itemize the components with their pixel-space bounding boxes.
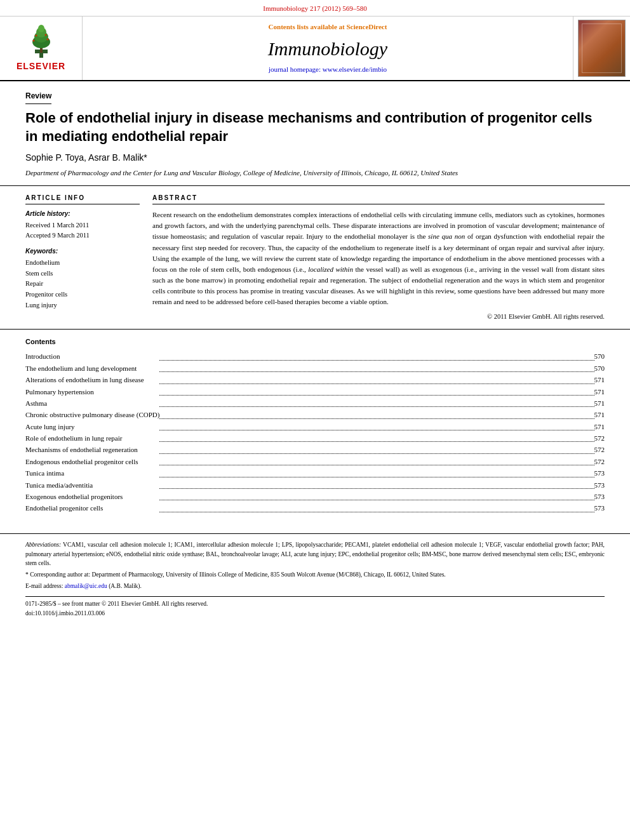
elsevier-wordmark: ELSEVIER bbox=[17, 60, 65, 73]
toc-entry-title: Chronic obstructive pulmonary disease (C… bbox=[25, 410, 159, 421]
abstract-column: ABSTRACT Recent research on the endothel… bbox=[152, 194, 605, 321]
keyword-repair: Repair bbox=[25, 279, 140, 290]
table-of-contents: Contents Introduction 570 The endotheliu… bbox=[0, 330, 630, 521]
toc-entry-page: 571 bbox=[594, 397, 605, 409]
footer: Abbreviations: VCAM1, vascular cell adhe… bbox=[0, 533, 630, 623]
journal-ref-text: Immunobiology 217 (2012) 569–580 bbox=[263, 4, 366, 12]
toc-entry-page: 570 bbox=[594, 363, 605, 374]
toc-entry-title: Endogenous endothelial progenitor cells bbox=[25, 456, 159, 467]
toc-entry-page: 573 bbox=[594, 503, 605, 514]
toc-pulmonary: Pulmonary hypertension 571 bbox=[25, 386, 605, 397]
keywords-label: Keywords: bbox=[25, 247, 140, 256]
toc-endothelium-lung: The endothelium and lung development 570 bbox=[25, 363, 605, 374]
history-label: Article history: bbox=[25, 210, 140, 218]
article-title: Role of endothelial injury in disease me… bbox=[25, 109, 605, 145]
toc-entry-page: 573 bbox=[594, 468, 605, 479]
toc-entry-title: The endothelium and lung development bbox=[25, 363, 159, 374]
elsevier-tree-icon bbox=[22, 24, 60, 59]
journal-homepage: journal homepage: www.elsevier.de/imbio bbox=[269, 65, 387, 74]
toc-entry-title: Mechanisms of endothelial regeneration bbox=[25, 444, 159, 456]
article-info-abstract: ARTICLE INFO Article history: Received 1… bbox=[0, 186, 630, 330]
issn-line: 0171-2985/$ – see front matter © 2011 El… bbox=[25, 599, 605, 609]
journal-title-area: Contents lists available at ScienceDirec… bbox=[83, 17, 573, 80]
keyword-endothelium: Endothelium bbox=[25, 258, 140, 269]
article-info-header: ARTICLE INFO bbox=[25, 194, 140, 204]
accepted-date: Accepted 9 March 2011 bbox=[25, 230, 140, 241]
journal-title: Immunobiology bbox=[268, 36, 387, 62]
abbreviations-label: Abbreviations: bbox=[25, 542, 61, 548]
email-note: E-mail address: abmalik@uic.edu (A.B. Ma… bbox=[25, 582, 605, 590]
toc-entry-title: Role of endothelium in lung repair bbox=[25, 433, 159, 444]
toc-entry-title: Alterations of endothelium in lung disea… bbox=[25, 375, 159, 386]
article-type-label: Review bbox=[25, 91, 51, 104]
toc-entry-page: 573 bbox=[594, 479, 605, 491]
keywords-section: Keywords: Endothelium Stem cells Repair … bbox=[25, 247, 140, 311]
toc-entry-title: Introduction bbox=[25, 351, 159, 363]
svg-point-8 bbox=[46, 39, 48, 41]
localized-within: localized within bbox=[308, 265, 353, 273]
sciencedirect-label: Contents lists available at ScienceDirec… bbox=[269, 22, 387, 32]
journal-cover-image bbox=[573, 17, 630, 80]
toc-exogenous: Exogenous endothelial progenitors 573 bbox=[25, 491, 605, 503]
elsevier-logo: ELSEVIER bbox=[17, 24, 65, 73]
author-names: Sophie P. Toya, Asrar B. Malik* bbox=[25, 152, 147, 163]
toc-entry-page: 572 bbox=[594, 444, 605, 456]
abbreviations: Abbreviations: VCAM1, vascular cell adhe… bbox=[25, 540, 605, 568]
svg-point-7 bbox=[32, 40, 34, 42]
toc-entry-page: 570 bbox=[594, 351, 605, 363]
toc-entry-title: Pulmonary hypertension bbox=[25, 386, 159, 397]
toc-entry-title: Tunica intima bbox=[25, 468, 159, 479]
toc-introduction: Introduction 570 bbox=[25, 351, 605, 363]
toc-entry-title: Tunica media/adventitia bbox=[25, 479, 159, 491]
toc-mechanisms: Mechanisms of endothelial regeneration 5… bbox=[25, 444, 605, 456]
email-link[interactable]: abmalik@uic.edu bbox=[65, 583, 107, 589]
article-info-column: ARTICLE INFO Article history: Received 1… bbox=[25, 194, 140, 321]
toc-entry-title: Asthma bbox=[25, 397, 159, 409]
toc-entry-page: 571 bbox=[594, 375, 605, 386]
toc-endogenous: Endogenous endothelial progenitor cells … bbox=[25, 456, 605, 467]
toc-entry-page: 572 bbox=[594, 456, 605, 467]
doi-line: doi:10.1016/j.imbio.2011.03.006 bbox=[25, 609, 605, 618]
received-date: Received 1 March 2011 bbox=[25, 220, 140, 230]
sine-qua-non: sine qua non bbox=[428, 232, 465, 240]
abstract-header: ABSTRACT bbox=[152, 194, 605, 204]
svg-point-10 bbox=[44, 34, 46, 36]
keyword-stem-cells: Stem cells bbox=[25, 269, 140, 279]
authors: Sophie P. Toya, Asrar B. Malik* bbox=[25, 152, 605, 164]
toc-entry-page: 571 bbox=[594, 386, 605, 397]
contents-table: Introduction 570 The endothelium and lun… bbox=[25, 351, 605, 514]
toc-entry-page: 571 bbox=[594, 410, 605, 421]
copyright-notice: © 2011 Elsevier GmbH. All rights reserve… bbox=[152, 312, 605, 322]
toc-entry-title: Acute lung injury bbox=[25, 421, 159, 432]
toc-alterations: Alterations of endothelium in lung disea… bbox=[25, 375, 605, 386]
footer-bottom: 0171-2985/$ – see front matter © 2011 El… bbox=[25, 596, 605, 618]
sciencedirect-link[interactable]: ScienceDirect bbox=[346, 23, 387, 30]
cover-thumbnail bbox=[578, 20, 626, 77]
toc-entry-title: Exogenous endothelial progenitors bbox=[25, 491, 159, 503]
keyword-progenitor-cells: Progenitor cells bbox=[25, 290, 140, 300]
toc-entry-page: 572 bbox=[594, 433, 605, 444]
article-header: Review Role of endothelial injury in dis… bbox=[0, 81, 630, 186]
svg-rect-0 bbox=[39, 53, 43, 58]
toc-tunica-media: Tunica media/adventitia 573 bbox=[25, 479, 605, 491]
corresponding-author-note: * Corresponding author at: Department of… bbox=[25, 570, 605, 579]
journal-reference: Immunobiology 217 (2012) 569–580 bbox=[0, 0, 630, 17]
svg-point-9 bbox=[35, 35, 37, 37]
toc-entry-page: 573 bbox=[594, 491, 605, 503]
toc-entry-page: 571 bbox=[594, 421, 605, 432]
journal-url[interactable]: www.elsevier.de/imbio bbox=[323, 65, 387, 73]
keyword-lung-injury: Lung injury bbox=[25, 300, 140, 311]
journal-header: ELSEVIER Contents lists available at Sci… bbox=[0, 17, 630, 81]
toc-acute-lung: Acute lung injury 571 bbox=[25, 421, 605, 432]
contents-title: Contents bbox=[25, 337, 605, 347]
toc-copd: Chronic obstructive pulmonary disease (C… bbox=[25, 410, 605, 421]
elsevier-logo-area: ELSEVIER bbox=[0, 17, 83, 80]
toc-role-endothelium: Role of endothelium in lung repair 572 bbox=[25, 433, 605, 444]
toc-asthma: Asthma 571 bbox=[25, 397, 605, 409]
affiliation: Department of Pharmacology and the Cente… bbox=[25, 168, 605, 178]
abstract-text: Recent research on the endothelium demon… bbox=[152, 210, 605, 307]
svg-point-6 bbox=[38, 25, 44, 32]
page-wrapper: Immunobiology 217 (2012) 569–580 bbox=[0, 0, 630, 840]
toc-epc: Endothelial progenitor cells 573 bbox=[25, 503, 605, 514]
toc-entry-title: Endothelial progenitor cells bbox=[25, 503, 159, 514]
